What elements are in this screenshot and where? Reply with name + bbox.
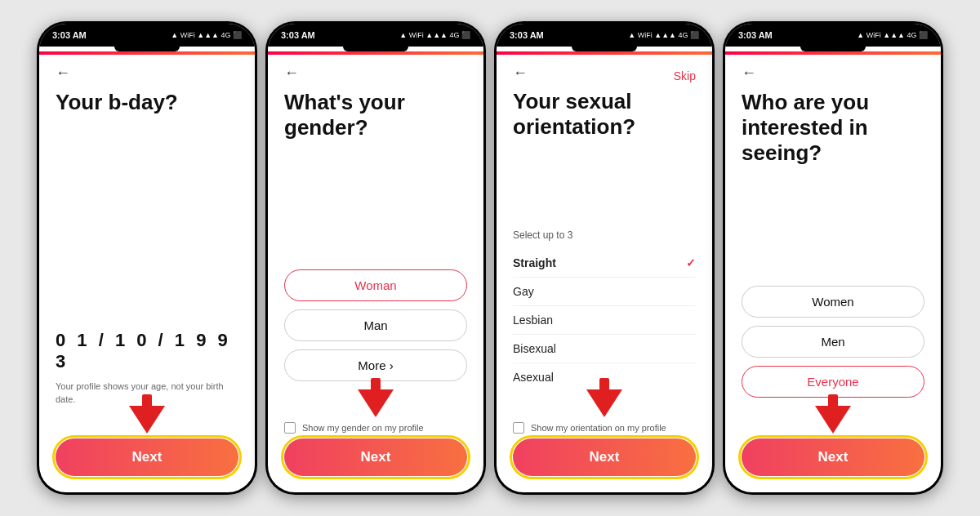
orient-item-lesbian[interactable]: Lesbian (513, 306, 696, 335)
status-icons-2: ▲ WiFi ▲▲▲ 4G ⬛ (399, 31, 470, 39)
next-button-2[interactable]: Next (284, 438, 467, 476)
birthday-title: Your b-day? (56, 90, 238, 327)
back-button-3[interactable]: ← (513, 64, 528, 82)
down-arrow-icon-3 (586, 389, 622, 417)
orientation-list: Straight ✓ Gay Lesbian Bisexual Asexual (513, 249, 696, 389)
orientation-title: Your sexual orientation? (513, 89, 696, 229)
orient-label-lesbian: Lesbian (513, 314, 553, 327)
screen-content-gender: ← What's your gender? Woman Man More Sho… (268, 55, 483, 492)
notch-3 (497, 47, 712, 51)
screen-content-orientation: ← Skip Your sexual orientation? Select u… (497, 55, 712, 492)
gender-option-more[interactable]: More (284, 349, 467, 381)
arrow-indicator-4 (742, 406, 924, 434)
gender-title: What's your gender? (284, 90, 467, 258)
checkmark-straight: ✓ (686, 256, 696, 269)
orientation-header-row: ← Skip (513, 64, 696, 82)
down-arrow-icon-4 (815, 406, 851, 434)
status-time-3: 3:03 AM (510, 30, 544, 40)
status-time-2: 3:03 AM (281, 30, 315, 40)
gender-option-man[interactable]: Man (284, 309, 467, 341)
next-btn-wrap-4: Next (742, 438, 924, 484)
orient-label-straight: Straight (513, 256, 556, 269)
orient-label-bisexual: Bisexual (513, 342, 556, 355)
back-button-1[interactable]: ← (56, 64, 238, 82)
next-btn-wrap-1: Next (56, 438, 238, 484)
orient-item-straight[interactable]: Straight ✓ (513, 249, 696, 278)
next-button-1[interactable]: Next (56, 438, 238, 476)
interested-option-everyone[interactable]: Everyone (742, 366, 924, 398)
back-button-2[interactable]: ← (284, 64, 467, 82)
interested-option-men[interactable]: Men (742, 326, 924, 358)
status-icons-3: ▲ WiFi ▲▲▲ 4G ⬛ (628, 31, 699, 39)
orientation-checkbox-label: Show my orientation on my profile (531, 423, 666, 433)
status-icons-1: ▲ WiFi ▲▲▲ 4G ⬛ (171, 31, 242, 39)
arrow-indicator-2 (284, 389, 467, 417)
orient-item-gay[interactable]: Gay (513, 278, 696, 306)
next-btn-wrap-3: Next (513, 438, 696, 484)
interested-option-women[interactable]: Women (742, 286, 924, 318)
status-time-1: 3:03 AM (52, 30, 87, 40)
notch-4 (725, 47, 941, 51)
status-bar-1: 3:03 AM ▲ WiFi ▲▲▲ 4G ⬛ (39, 24, 255, 47)
status-time-4: 3:03 AM (738, 30, 773, 40)
orient-item-bisexual[interactable]: Bisexual (513, 335, 696, 363)
gender-checkbox-label: Show my gender on my profile (302, 423, 424, 433)
arrow-indicator-3 (513, 389, 696, 417)
phone-gender: 3:03 AM ▲ WiFi ▲▲▲ 4G ⬛ ← What's your ge… (265, 21, 486, 495)
phones-container: 3:03 AM ▲ WiFi ▲▲▲ 4G ⬛ ← Your b-day? 0 … (29, 13, 951, 503)
down-arrow-icon-2 (358, 389, 394, 417)
phone-orientation: 3:03 AM ▲ WiFi ▲▲▲ 4G ⬛ ← Skip Your sexu… (494, 21, 715, 495)
orientation-subtitle: Select up to 3 (513, 229, 696, 241)
next-button-3[interactable]: Next (513, 438, 696, 476)
status-bar-4: 3:03 AM ▲ WiFi ▲▲▲ 4G ⬛ (725, 24, 941, 47)
status-bar-3: 3:03 AM ▲ WiFi ▲▲▲ 4G ⬛ (497, 24, 712, 47)
phone-birthday: 3:03 AM ▲ WiFi ▲▲▲ 4G ⬛ ← Your b-day? 0 … (37, 21, 257, 495)
orientation-checkbox[interactable] (513, 422, 524, 434)
orient-label-asexual: Asexual (513, 371, 554, 384)
interested-title: Who are you interested in seeing? (742, 90, 924, 274)
status-icons-4: ▲ WiFi ▲▲▲ 4G ⬛ (857, 31, 928, 39)
notch-1 (39, 47, 255, 51)
arrow-indicator-1 (56, 406, 238, 434)
gender-checkbox[interactable] (284, 422, 296, 434)
orientation-checkbox-row: Show my orientation on my profile (513, 422, 696, 438)
status-bar-2: 3:03 AM ▲ WiFi ▲▲▲ 4G ⬛ (268, 24, 483, 47)
next-button-4[interactable]: Next (742, 438, 924, 476)
birthday-value: 0 1 / 1 0 / 1 9 9 3 (56, 330, 238, 372)
gender-checkbox-row: Show my gender on my profile (284, 422, 467, 438)
screen-content-birthday: ← Your b-day? 0 1 / 1 0 / 1 9 9 3 Your p… (39, 55, 255, 492)
skip-link[interactable]: Skip (674, 64, 696, 82)
down-arrow-icon-1 (129, 406, 165, 434)
screen-content-interested: ← Who are you interested in seeing? Wome… (725, 55, 941, 492)
phone-interested: 3:03 AM ▲ WiFi ▲▲▲ 4G ⬛ ← Who are you in… (723, 21, 943, 495)
next-btn-wrap-2: Next (284, 438, 467, 484)
orient-label-gay: Gay (513, 285, 534, 298)
gender-option-woman[interactable]: Woman (284, 269, 467, 301)
back-button-4[interactable]: ← (742, 64, 924, 82)
notch-2 (268, 47, 483, 51)
